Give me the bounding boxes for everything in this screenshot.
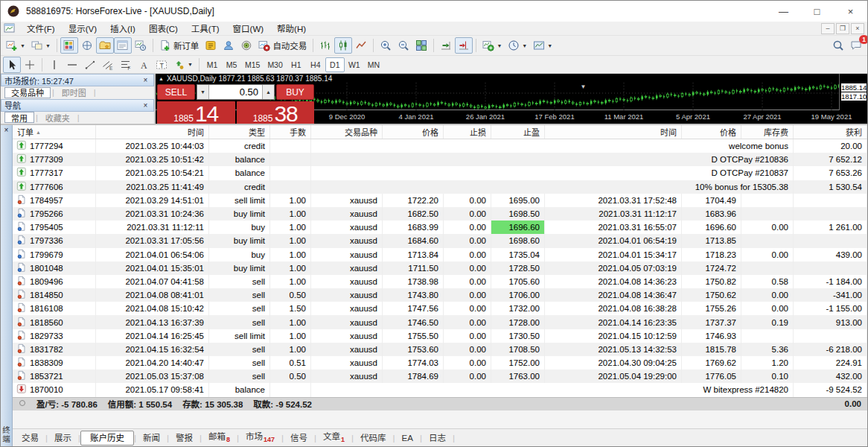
market-watch-tab-0[interactable]: 交易品种 bbox=[4, 87, 51, 98]
search-button[interactable] bbox=[829, 37, 847, 54]
timeframe-m1[interactable]: M1 bbox=[202, 57, 222, 72]
autotrading-button[interactable]: 自动交易 bbox=[255, 37, 310, 54]
table-row[interactable]: 18094962021.04.07 04:41:58sell1.00xauusd… bbox=[13, 275, 867, 288]
terminal-tab-7[interactable]: 信号 bbox=[284, 431, 314, 445]
table-row[interactable]: 18383092021.04.20 14:40:47sell0.51xauusd… bbox=[13, 356, 867, 370]
column-header-3[interactable]: 手数 bbox=[270, 125, 311, 139]
menu-item-6[interactable]: 帮助(H) bbox=[270, 22, 313, 35]
vertical-line-button[interactable] bbox=[45, 57, 63, 73]
volume-decrease-icon[interactable]: ▼ bbox=[197, 85, 209, 99]
terminal-tab-5[interactable]: 邮箱8 bbox=[202, 430, 237, 446]
table-row[interactable]: 18317822021.04.15 16:32:54sell1.00xauusd… bbox=[13, 343, 867, 356]
table-row[interactable]: 18161082021.04.08 15:10:42sell1.50xauusd… bbox=[13, 302, 867, 315]
market-watch-tab-1[interactable]: 即时图 bbox=[56, 87, 92, 98]
column-header-10[interactable]: 库存费 bbox=[741, 125, 794, 139]
table-row[interactable]: 18010482021.04.01 15:35:01buy limit1.00x… bbox=[13, 261, 867, 275]
timeframe-m5[interactable]: M5 bbox=[222, 57, 241, 72]
timeframe-mn[interactable]: MN bbox=[364, 57, 383, 72]
bar-chart-button[interactable] bbox=[316, 37, 334, 54]
terminal-tab-8[interactable]: 文章1 bbox=[316, 430, 351, 446]
close-button[interactable]: × bbox=[834, 1, 867, 22]
timeframe-d1[interactable]: D1 bbox=[325, 57, 345, 72]
table-row[interactable]: 18537212021.05.03 15:37:08sell0.50xauusd… bbox=[13, 370, 867, 383]
minimize-button[interactable]: — bbox=[767, 1, 800, 22]
terminal-button[interactable] bbox=[114, 37, 132, 54]
table-row[interactable]: 17996792021.04.01 06:54:06buy1.00xauusd1… bbox=[13, 248, 867, 261]
trendline-button[interactable] bbox=[81, 57, 99, 73]
market-watch-close-icon[interactable]: × bbox=[141, 76, 150, 84]
indicators-button[interactable]: ▼ bbox=[479, 37, 505, 54]
table-row[interactable]: 18297332021.04.14 16:25:45sell limit1.00… bbox=[13, 329, 867, 343]
chart-shift-button[interactable] bbox=[455, 37, 473, 54]
sell-button[interactable]: SELL bbox=[157, 84, 195, 100]
table-row[interactable]: 18148502021.04.08 08:41:01sell0.50xauusd… bbox=[13, 288, 867, 302]
navigator-close-icon[interactable]: × bbox=[141, 101, 150, 110]
mdi-close-icon[interactable]: × bbox=[851, 23, 864, 34]
table-row[interactable]: 17773092021.03.25 10:51:42balanceD OTCPa… bbox=[13, 153, 867, 166]
collapse-panel-icon[interactable]: ▲ bbox=[159, 76, 164, 81]
menu-item-0[interactable]: 文件(F) bbox=[20, 22, 62, 35]
column-header-11[interactable]: 获利 bbox=[794, 125, 867, 139]
terminal-close-icon[interactable]: × bbox=[4, 127, 9, 134]
news-button[interactable] bbox=[237, 37, 255, 54]
mdi-restore-icon[interactable]: ❐ bbox=[836, 23, 849, 34]
table-row[interactable]: 17973362021.03.31 17:05:56buy limit1.00x… bbox=[13, 234, 867, 247]
text-label-button[interactable]: T bbox=[153, 57, 170, 73]
equidistant-channel-button[interactable]: E bbox=[99, 57, 117, 73]
menu-item-3[interactable]: 图表(C) bbox=[142, 22, 185, 35]
table-row[interactable]: 17773172021.03.25 10:54:21balanceD OTCPa… bbox=[13, 166, 867, 180]
fibonacci-button[interactable]: F bbox=[117, 57, 135, 73]
navigator-tab-0[interactable]: 常用 bbox=[4, 112, 34, 123]
timeframe-m30[interactable]: M30 bbox=[264, 57, 286, 72]
table-row[interactable]: 18700102021.05.17 09:58:41balanceW bitex… bbox=[13, 383, 867, 396]
navigator-tab-1[interactable]: 收藏夹 bbox=[39, 112, 76, 123]
volume-increase-icon[interactable]: ▲ bbox=[262, 85, 274, 99]
buy-price-display[interactable]: 1885 38 bbox=[237, 101, 315, 124]
auto-scroll-button[interactable] bbox=[437, 37, 455, 54]
column-header-8[interactable]: 时间 bbox=[545, 125, 682, 139]
column-header-0[interactable]: 订单▲ bbox=[13, 125, 96, 139]
mdi-minimize-icon[interactable]: – bbox=[821, 23, 835, 34]
column-header-5[interactable]: 价格 bbox=[383, 125, 444, 139]
table-row[interactable]: 18185602021.04.13 16:37:39sell1.00xauusd… bbox=[13, 315, 867, 329]
terminal-tab-1[interactable]: 展示 bbox=[48, 431, 78, 445]
text-button[interactable]: A bbox=[135, 57, 153, 73]
profiles-button[interactable]: ▼ bbox=[28, 37, 54, 54]
tile-windows-button[interactable] bbox=[412, 37, 430, 54]
new-order-button[interactable]: 新订单 bbox=[156, 37, 202, 54]
timeframe-h1[interactable]: H1 bbox=[287, 57, 306, 72]
table-row[interactable]: 17849572021.03.29 14:51:01sell limit1.00… bbox=[13, 194, 867, 207]
terminal-tab-2[interactable]: 账户历史 bbox=[80, 431, 134, 446]
terminal-tab-4[interactable]: 警报 bbox=[169, 431, 200, 445]
menu-item-4[interactable]: 工具(T) bbox=[185, 22, 226, 35]
terminal-tab-10[interactable]: EA bbox=[395, 431, 420, 445]
strategy-tester-button[interactable] bbox=[132, 37, 150, 54]
timeframe-h4[interactable]: H4 bbox=[306, 57, 325, 72]
terminal-tab-11[interactable]: 日志 bbox=[422, 431, 453, 445]
column-header-7[interactable]: 止盈 bbox=[491, 125, 545, 139]
timeframe-w1[interactable]: W1 bbox=[345, 57, 364, 72]
horizontal-line-button[interactable] bbox=[63, 57, 81, 73]
terminal-tab-9[interactable]: 代码库 bbox=[354, 431, 393, 445]
arrows-button[interactable]: ▼ bbox=[170, 57, 196, 73]
column-header-9[interactable]: 价格 bbox=[682, 125, 741, 139]
column-header-6[interactable]: 止损 bbox=[444, 125, 491, 139]
table-row[interactable]: 17776062021.03.25 11:41:49credit10% bonu… bbox=[13, 180, 867, 194]
volume-input[interactable] bbox=[209, 85, 262, 99]
crosshair-button[interactable] bbox=[21, 57, 39, 73]
terminal-tab-0[interactable]: 交易 bbox=[15, 431, 45, 445]
data-window-button[interactable] bbox=[78, 37, 96, 54]
periods-button[interactable]: ▼ bbox=[505, 37, 530, 54]
zoom-in-button[interactable] bbox=[377, 37, 395, 54]
line-chart-button[interactable] bbox=[352, 37, 370, 54]
templates-button[interactable]: ▼ bbox=[530, 37, 555, 54]
terminal-tab-6[interactable]: 市场147 bbox=[239, 430, 281, 446]
chart-area[interactable]: ▲ XAUUSD,Daily 1877.21 1885.63 1870.37 1… bbox=[156, 74, 867, 124]
table-row[interactable]: 17772942021.03.25 10:44:03creditwelcome … bbox=[13, 139, 867, 153]
metaeditor-button[interactable] bbox=[202, 37, 220, 54]
candlestick-button[interactable] bbox=[334, 37, 352, 54]
maximize-button[interactable]: □ bbox=[800, 1, 834, 22]
terminal-tab-3[interactable]: 新闻 bbox=[136, 431, 167, 445]
column-header-2[interactable]: 类型 bbox=[209, 125, 270, 139]
community-button[interactable] bbox=[220, 37, 237, 54]
